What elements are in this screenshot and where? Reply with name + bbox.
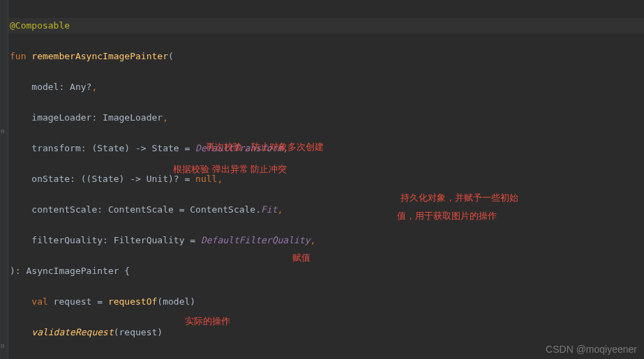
code-editor[interactable]: @Composable fun rememberAsyncImagePainte… bbox=[0, 0, 644, 359]
function-signature-end: ): AsyncImagePainter { bbox=[10, 266, 130, 276]
fold-icon[interactable]: ⊟ bbox=[1, 342, 4, 349]
note-revalidate: 再次校验，防止对象多次创建 bbox=[206, 141, 324, 153]
param-filterquality: filterQuality: FilterQuality = bbox=[10, 235, 201, 245]
param-contentscale: contentScale: ContentScale = ContentScal… bbox=[10, 204, 261, 215]
paren: ( bbox=[168, 51, 174, 61]
param-onstate: onState: ((State) -> Unit)? = bbox=[10, 174, 195, 184]
editor-gutter: ⊟ ⊟ bbox=[0, 0, 8, 359]
note-persist2: 值，用于获取图片的操作 bbox=[397, 210, 497, 222]
function-name: rememberAsyncImagePainter bbox=[31, 51, 168, 61]
note-assign: 赋值 bbox=[292, 252, 310, 264]
keyword-fun: fun bbox=[10, 51, 26, 61]
keyword-val: val bbox=[10, 296, 48, 307]
param-imageloader: imageLoader: ImageLoader bbox=[10, 112, 163, 123]
fold-icon[interactable]: ⊟ bbox=[1, 128, 4, 135]
call-validaterequest: validateRequest bbox=[31, 327, 113, 337]
default-filterquality: DefaultFilterQuality bbox=[201, 235, 310, 245]
call-requestof: requestOf bbox=[108, 296, 157, 307]
annotation: @Composable bbox=[10, 20, 70, 31]
note-persist1: 持久化对象，并赋予一些初始 bbox=[400, 192, 518, 204]
csdn-watermark: CSDN @moqiyeener bbox=[546, 344, 637, 355]
param-model: model: Any? bbox=[10, 82, 91, 92]
note-actual: 实际的操作 bbox=[185, 315, 230, 328]
note-validate: 根据校验 弹出异常 防止冲突 bbox=[173, 163, 287, 176]
fit-member: Fit bbox=[261, 204, 277, 215]
param-transform: transform: (State) -> State = bbox=[10, 143, 195, 153]
